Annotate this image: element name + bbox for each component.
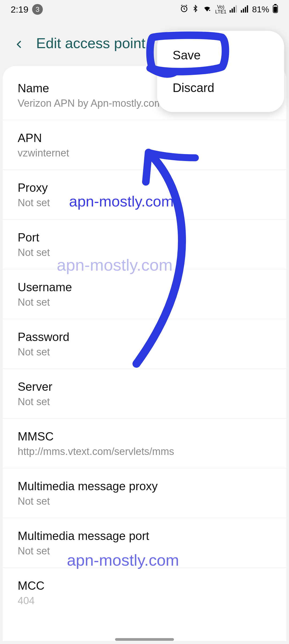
row-mmport-label: Multimedia message port bbox=[18, 529, 271, 543]
row-mcc-label: MCC bbox=[18, 579, 271, 592]
signal-icon-2 bbox=[241, 5, 249, 14]
signal-icon-1 bbox=[230, 5, 238, 14]
row-port-label: Port bbox=[18, 231, 271, 244]
svg-rect-5 bbox=[241, 10, 242, 13]
svg-rect-3 bbox=[234, 7, 235, 13]
notification-badge: 3 bbox=[32, 4, 43, 15]
row-mmproxy-value: Not set bbox=[18, 496, 271, 507]
row-password-label: Password bbox=[18, 330, 271, 344]
svg-rect-8 bbox=[247, 5, 248, 13]
row-port[interactable]: Port Not set bbox=[3, 220, 286, 269]
battery-icon bbox=[272, 4, 278, 15]
row-server-value: Not set bbox=[18, 396, 271, 408]
back-icon[interactable] bbox=[15, 38, 25, 48]
volte-icon: Vo)LTE1 bbox=[215, 5, 226, 14]
row-server-label: Server bbox=[18, 380, 271, 393]
row-port-value: Not set bbox=[18, 247, 271, 258]
settings-list: Name Verizon APN by Apn-mostly.com APN v… bbox=[3, 66, 286, 641]
overflow-menu: Save Discard bbox=[157, 31, 284, 112]
row-username-value: Not set bbox=[18, 297, 271, 308]
wifi-icon bbox=[202, 4, 212, 15]
svg-rect-6 bbox=[243, 9, 244, 13]
svg-rect-7 bbox=[245, 7, 246, 13]
row-mmproxy-label: Multimedia message proxy bbox=[18, 480, 271, 493]
row-mmport[interactable]: Multimedia message port Not set bbox=[3, 518, 286, 568]
row-apn-label: APN bbox=[18, 131, 271, 145]
row-proxy-label: Proxy bbox=[18, 181, 271, 194]
svg-rect-11 bbox=[274, 6, 277, 12]
nav-handle bbox=[115, 638, 174, 641]
menu-discard[interactable]: Discard bbox=[157, 71, 284, 104]
alarm-icon bbox=[180, 4, 188, 15]
menu-save[interactable]: Save bbox=[157, 39, 284, 71]
row-mmport-value: Not set bbox=[18, 545, 271, 557]
row-password-value: Not set bbox=[18, 346, 271, 358]
row-proxy-value: Not set bbox=[18, 197, 271, 209]
row-password[interactable]: Password Not set bbox=[3, 319, 286, 369]
svg-rect-1 bbox=[230, 10, 231, 13]
row-apn-value: vzwinternet bbox=[18, 147, 271, 159]
row-mmsc-value: http://mms.vtext.com/servlets/mms bbox=[18, 446, 271, 457]
row-proxy[interactable]: Proxy Not set bbox=[3, 170, 286, 220]
row-mmproxy[interactable]: Multimedia message proxy Not set bbox=[3, 468, 286, 518]
row-username-label: Username bbox=[18, 281, 271, 294]
row-mmsc-label: MMSC bbox=[18, 430, 271, 443]
status-bar: 2:19 3 Vo)LTE1 81% bbox=[0, 0, 289, 19]
row-mcc[interactable]: MCC 404 bbox=[3, 568, 286, 617]
row-mcc-value: 404 bbox=[18, 595, 271, 607]
battery-percent: 81% bbox=[252, 5, 269, 14]
svg-rect-4 bbox=[235, 5, 237, 13]
row-username[interactable]: Username Not set bbox=[3, 269, 286, 319]
svg-rect-2 bbox=[231, 9, 233, 13]
status-time: 2:19 bbox=[11, 4, 28, 15]
row-apn[interactable]: APN vzwinternet bbox=[3, 120, 286, 170]
row-mmsc[interactable]: MMSC http://mms.vtext.com/servlets/mms bbox=[3, 419, 286, 468]
bluetooth-icon bbox=[192, 4, 199, 15]
page-title: Edit access point bbox=[36, 35, 145, 51]
row-server[interactable]: Server Not set bbox=[3, 369, 286, 419]
